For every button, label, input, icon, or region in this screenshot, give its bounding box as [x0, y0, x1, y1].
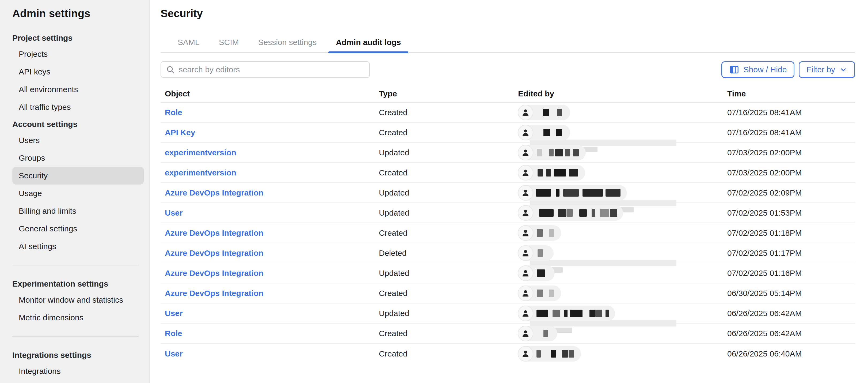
redacted-name-block [558, 209, 566, 217]
editor-chip-redacted [518, 145, 586, 160]
object-link-azure-devops-integration[interactable]: Azure DevOps Integration [165, 289, 263, 298]
edited-by-cell [518, 183, 727, 203]
table-row: Azure DevOps IntegrationUpdated07/02/202… [160, 183, 855, 203]
editor-chip-redacted [518, 105, 570, 120]
type-cell: Created [379, 349, 518, 358]
redaction-bar [530, 320, 676, 326]
redacted-name-block [592, 209, 595, 217]
redacted-name-block [589, 310, 595, 317]
editor-chip-redacted [518, 205, 623, 221]
object-link-user[interactable]: User [165, 309, 183, 318]
table-row: experimentversionUpdated07/03/2025 02:00… [160, 143, 855, 163]
tab-admin-audit-logs[interactable]: Admin audit logs [328, 38, 408, 53]
time-cell: 07/16/2025 08:41AM [727, 128, 855, 137]
person-icon [521, 309, 530, 318]
sidebar-item-all-environments[interactable]: All environments [12, 81, 144, 98]
type-cell: Created [379, 168, 518, 177]
sidebar-item-general-settings[interactable]: General settings [12, 220, 144, 238]
toolbar-actions: Show / Hide Filter by [721, 61, 855, 78]
sidebar-item-users[interactable]: Users [12, 131, 144, 149]
sidebar-item-api-keys[interactable]: API keys [12, 63, 144, 81]
filter-by-button[interactable]: Filter by [799, 61, 855, 78]
redacted-name-block [551, 350, 556, 358]
editor-chip-redacted [518, 125, 570, 140]
time-cell: 07/02/2025 01:17PM [727, 248, 855, 258]
object-link-experimentversion[interactable]: experimentversion [165, 148, 236, 157]
object-cell: API Key [165, 128, 379, 137]
object-link-azure-devops-integration[interactable]: Azure DevOps Integration [165, 229, 263, 237]
sidebar-item-integrations[interactable]: Integrations [12, 362, 144, 380]
editor-avatar [518, 346, 533, 361]
object-cell: experimentversion [165, 148, 379, 157]
person-icon [521, 269, 530, 277]
column-header-time: Time [727, 89, 855, 98]
redacted-name-block [536, 350, 541, 358]
person-icon [521, 209, 530, 217]
table-row: RoleCreated06/26/2025 06:42AM [160, 324, 855, 344]
object-link-role[interactable]: Role [165, 108, 182, 117]
sidebar-item-groups[interactable]: Groups [12, 149, 144, 167]
sidebar-item-projects[interactable]: Projects [12, 45, 144, 63]
sidebar-item-security[interactable]: Security [12, 167, 144, 184]
type-cell: Created [379, 128, 518, 137]
time-cell: 07/02/2025 01:53PM [727, 208, 855, 217]
time-cell: 07/16/2025 08:41AM [727, 108, 855, 117]
editor-chip-redacted [518, 225, 561, 241]
redacted-name-block [555, 149, 563, 156]
type-cell: Created [379, 229, 518, 238]
object-link-user[interactable]: User [165, 208, 183, 217]
tab-bar: SAMLSCIMSession settingsAdmin audit logs [160, 34, 855, 53]
sidebar-item-all-traffic-types[interactable]: All traffic types [12, 98, 144, 116]
search-input[interactable] [179, 65, 365, 74]
tab-session-settings[interactable]: Session settings [251, 38, 324, 53]
object-link-azure-devops-integration[interactable]: Azure DevOps Integration [165, 269, 263, 277]
sidebar-divider [12, 265, 138, 265]
table-body: RoleCreated07/16/2025 08:41AMAPI KeyCrea… [160, 102, 855, 364]
redacted-name-block [595, 310, 602, 317]
sidebar-section-header-account-settings: Account settings [12, 120, 149, 129]
redacted-name-block [556, 189, 559, 197]
sidebar-item-metric-dimensions[interactable]: Metric dimensions [12, 309, 144, 326]
redacted-name-block [573, 149, 579, 156]
object-cell: User [165, 208, 379, 217]
editor-avatar [518, 245, 533, 261]
search-box[interactable] [160, 61, 370, 78]
redacted-name-block [554, 169, 566, 177]
editor-chip-redacted [518, 265, 555, 281]
object-link-experimentversion[interactable]: experimentversion [165, 168, 236, 177]
person-icon [521, 249, 530, 257]
time-cell: 07/02/2025 02:09PM [727, 188, 855, 197]
sidebar-item-usage[interactable]: Usage [12, 184, 144, 202]
sidebar-item-ai-settings[interactable]: AI settings [12, 238, 144, 255]
object-link-azure-devops-integration[interactable]: Azure DevOps Integration [165, 188, 263, 197]
redacted-name-block [537, 269, 545, 277]
time-cell: 07/02/2025 01:18PM [727, 229, 855, 238]
sidebar-section-header-project-settings: Project settings [12, 33, 149, 42]
redacted-name-block [610, 209, 617, 217]
sidebar-section-header-experimentation-settings: Experimentation settings [12, 279, 149, 289]
table-row: Azure DevOps IntegrationDeleted07/02/202… [160, 243, 855, 263]
object-link-azure-devops-integration[interactable]: Azure DevOps Integration [165, 248, 263, 257]
redacted-name-block [563, 189, 579, 197]
person-icon [521, 350, 530, 358]
show-hide-label: Show / Hide [744, 65, 787, 74]
sidebar: Admin settings Project settingsProjectsA… [0, 0, 150, 383]
edited-by-cell [518, 163, 727, 182]
tab-scim[interactable]: SCIM [211, 38, 246, 53]
sidebar-nav: Project settingsProjectsAPI keysAll envi… [0, 33, 149, 380]
table-row: Azure DevOps IntegrationUpdated07/02/202… [160, 263, 855, 283]
object-link-api-key[interactable]: API Key [165, 128, 195, 137]
sidebar-item-billing-and-limits[interactable]: Billing and limits [12, 202, 144, 220]
person-icon [521, 169, 530, 177]
object-link-role[interactable]: Role [165, 329, 182, 338]
object-link-user[interactable]: User [165, 349, 183, 358]
time-cell: 06/26/2025 06:42AM [727, 329, 855, 338]
sidebar-item-monitor-window-and-statistics[interactable]: Monitor window and statistics [12, 291, 144, 309]
redacted-name-block [556, 129, 562, 136]
redacted-name-block [567, 209, 573, 217]
search-icon [166, 65, 175, 74]
show-hide-button[interactable]: Show / Hide [721, 61, 795, 78]
tab-saml[interactable]: SAML [170, 38, 207, 53]
editor-chip-redacted [518, 245, 554, 261]
redacted-name-block [544, 129, 550, 136]
